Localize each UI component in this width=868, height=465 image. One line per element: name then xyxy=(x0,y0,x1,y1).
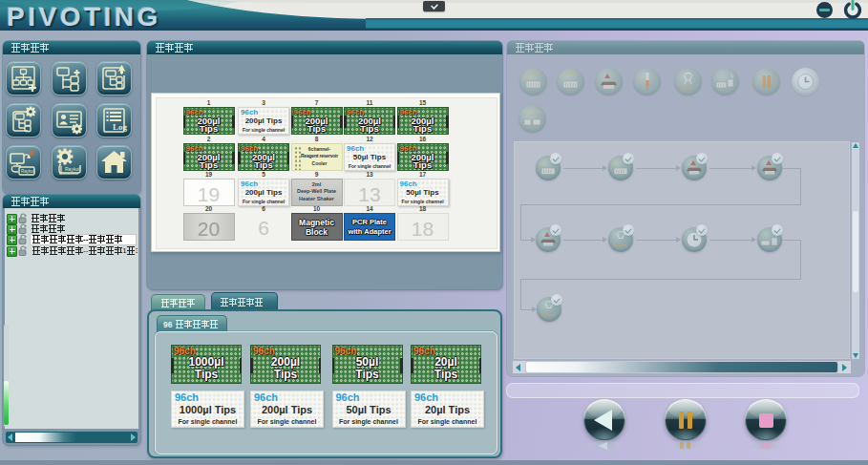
svg-text:Raykol: Raykol xyxy=(21,169,34,174)
svg-text:Raykol: Raykol xyxy=(65,166,79,172)
svg-text:Log: Log xyxy=(113,122,128,132)
